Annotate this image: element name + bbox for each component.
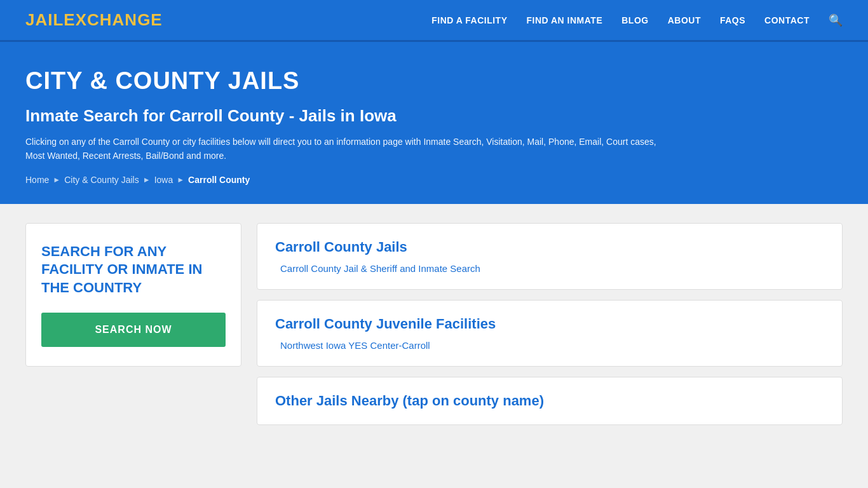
facility-card-juvenile: Carroll County Juvenile Facilities North… [257,300,843,367]
logo-jail: JAIL [25,10,64,29]
facility-title-juvenile[interactable]: Carroll County Juvenile Facilities [275,316,824,332]
facility-title-other[interactable]: Other Jails Nearby (tap on county name) [275,393,824,409]
nav-blog[interactable]: BLOG [621,15,648,25]
breadcrumb-home[interactable]: Home [25,175,49,185]
breadcrumb: Home ► City & County Jails ► Iowa ► Carr… [25,175,843,185]
hero-section: CITY & COUNTY JAILS Inmate Search for Ca… [0,42,868,204]
facility-title-carroll-jails[interactable]: Carroll County Jails [275,239,824,255]
nav-contact[interactable]: CONTACT [764,15,810,25]
nav-about[interactable]: ABOUT [668,15,701,25]
nav-find-facility[interactable]: FIND A FACILITY [431,15,507,25]
page-title: CITY & COUNTY JAILS [25,67,843,95]
facility-card-carroll-county-jails: Carroll County Jails Carroll County Jail… [257,223,843,290]
left-panel: SEARCH FOR ANY FACILITY OR INMATE IN THE… [25,223,241,425]
breadcrumb-current: Carroll County [188,175,250,185]
header: JAILEXCHANGE FIND A FACILITY FIND AN INM… [0,0,868,42]
main-nav: FIND A FACILITY FIND AN INMATE BLOG ABOU… [431,13,843,27]
breadcrumb-iowa[interactable]: Iowa [154,175,173,185]
facility-link-sheriff[interactable]: Carroll County Jail & Sheriff and Inmate… [275,263,824,274]
breadcrumb-sep-3: ► [177,175,184,184]
nav-faqs[interactable]: FAQs [720,15,745,25]
hero-subtitle: Inmate Search for Carroll County - Jails… [25,106,843,126]
facility-link-yes-center[interactable]: Northwest Iowa YES Center-Carroll [275,340,824,351]
logo[interactable]: JAILEXCHANGE [25,10,163,30]
search-icon[interactable]: 🔍 [829,13,843,27]
right-panel: Carroll County Jails Carroll County Jail… [257,223,843,425]
search-now-button[interactable]: SEARCH NOW [41,313,226,347]
hero-description: Clicking on any of the Carroll County or… [25,135,661,163]
search-card-title: SEARCH FOR ANY FACILITY OR INMATE IN THE… [41,243,226,297]
nav-find-inmate[interactable]: FIND AN INMATE [526,15,602,25]
search-card: SEARCH FOR ANY FACILITY OR INMATE IN THE… [25,223,241,367]
breadcrumb-sep-1: ► [53,175,60,184]
main-content: SEARCH FOR ANY FACILITY OR INMATE IN THE… [0,204,868,444]
logo-exchange: EXCHANGE [64,10,162,29]
breadcrumb-sep-2: ► [143,175,151,184]
facility-card-other-jails: Other Jails Nearby (tap on county name) [257,377,843,425]
breadcrumb-city-county-jails[interactable]: City & County Jails [64,175,139,185]
